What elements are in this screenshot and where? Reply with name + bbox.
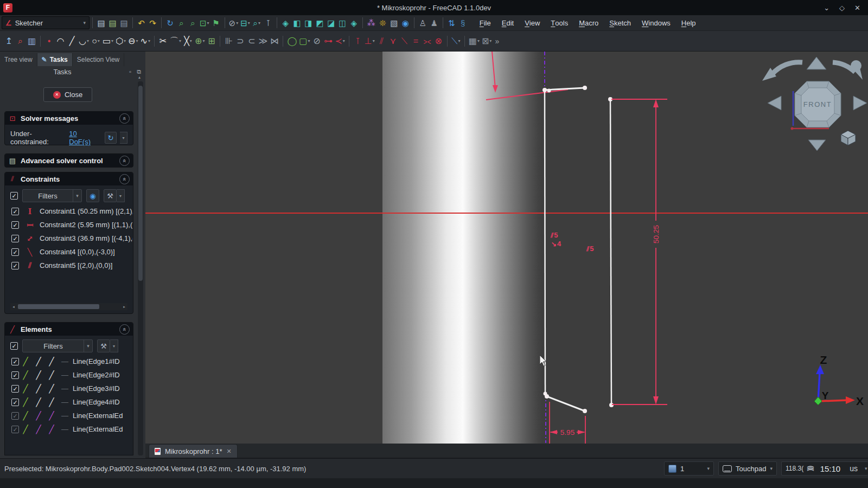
constraint-checkbox[interactable]: ✓ xyxy=(11,208,19,215)
minimize-icon[interactable]: ⌄ xyxy=(824,4,829,12)
constrain-tangent-icon[interactable]: ⟍▾ xyxy=(399,34,410,48)
sketch-vertex[interactable] xyxy=(583,86,587,90)
view-sketch-icon[interactable]: ⌕▾ xyxy=(15,34,26,48)
dimension-extension-line[interactable] xyxy=(492,52,495,88)
constrain-parallel-icon[interactable]: ⫽▾ xyxy=(376,34,387,48)
tab-tasks[interactable]: ✎Tasks xyxy=(37,53,73,66)
parallel-constraint-badge[interactable]: ⫽5 xyxy=(586,245,594,253)
undo-icon[interactable]: ↶▾ xyxy=(136,16,147,29)
element-row[interactable]: ✓ ╱ ╱ ╱ — Line(Edge2#ID xyxy=(5,368,133,382)
sketch-edge-right[interactable] xyxy=(610,99,611,405)
show-curvature-comb-icon[interactable]: ⋈▾ xyxy=(269,34,280,48)
nav-mini-cube[interactable] xyxy=(841,131,856,145)
constrain-perpendicular-icon[interactable]: ⋎▾ xyxy=(387,34,399,48)
sketch-vertex[interactable] xyxy=(609,403,614,407)
dimension-line[interactable] xyxy=(486,89,568,100)
element-checkbox[interactable]: ✓ xyxy=(11,385,19,393)
element-settings-dropdown[interactable]: ▾ xyxy=(110,339,118,352)
constrain-vertical-icon[interactable]: ⊥▾ xyxy=(363,34,376,48)
parallel-constraint-badge[interactable]: ⫽5 xyxy=(551,231,558,239)
scroll-up-icon[interactable]: ▴ xyxy=(138,75,141,80)
menu-item[interactable]: Windows xyxy=(636,16,676,30)
scrollbar-thumb[interactable] xyxy=(138,86,143,281)
element-row[interactable]: ✓ ╱ ╱ ╱ — Line(Edge1#ID xyxy=(5,355,133,368)
create-point-icon[interactable]: •▾ xyxy=(43,34,55,48)
element-row[interactable]: ✓ ╱ ╱ ╱ — Line(Edge4#ID xyxy=(5,395,133,409)
toolbar-overflow-icon[interactable]: » xyxy=(495,37,499,46)
constraints-hscrollbar[interactable]: ◂ ▸ xyxy=(10,303,127,310)
filter-checkbox[interactable]: ✓ xyxy=(10,342,18,350)
constraint-row[interactable]: ✓ I Constraint2 (5.95 mm) [(1,1),(1 xyxy=(5,218,133,232)
leave-sketch-icon[interactable]: ↥▾ xyxy=(3,34,15,48)
constraints-header[interactable]: ⫽ Constraints « xyxy=(5,172,133,185)
draw-style-icon[interactable]: ⊘▾ xyxy=(228,16,240,29)
internal-geometry-icon[interactable]: ⊘▾ xyxy=(311,34,322,48)
scrollbar-thumb[interactable] xyxy=(18,304,99,309)
sketch-vertex[interactable] xyxy=(545,394,549,399)
close-tab-icon[interactable]: ✕ xyxy=(226,448,231,455)
create-circle-icon[interactable]: ○▾ xyxy=(90,34,101,48)
constraint-row[interactable]: ✓ ⫽ Constraint5 [(2,0),(0,0)] xyxy=(5,259,133,272)
menu-item[interactable]: Sketch xyxy=(604,16,636,30)
constraint-settings-button[interactable]: ⚒ xyxy=(104,189,117,202)
element-checkbox[interactable]: ✓ xyxy=(11,358,19,365)
zoom-tools-icon[interactable]: ⌕▾ xyxy=(251,16,263,29)
create-line-icon[interactable]: ╱▾ xyxy=(66,34,78,48)
dimension-5-95[interactable]: 5.95 xyxy=(550,402,585,444)
constraint-settings-dropdown[interactable]: ▾ xyxy=(117,189,125,202)
increase-degree-icon[interactable]: ▢▾ xyxy=(298,34,311,48)
constraint-row[interactable]: ✓ ╲ Constraint4 [(0,0),(-3,0)] xyxy=(5,245,133,259)
advanced-solver-header[interactable]: ▤ Advanced solver control « xyxy=(5,154,133,167)
filter-checkbox[interactable]: ✓ xyxy=(10,192,18,200)
select-origin-icon[interactable]: ≺▾ xyxy=(334,34,346,48)
element-checkbox[interactable]: ✓ xyxy=(11,426,19,433)
zoom-out-icon[interactable]: ⌕▾ xyxy=(187,16,199,29)
constraint-row[interactable]: ✓ ⤢ Constraint3 (36.9 mm) [(-4,1),( xyxy=(5,232,133,245)
show-bspline-degree-icon[interactable]: ⊃▾ xyxy=(234,34,246,48)
new-document-icon[interactable]: ▤▾ xyxy=(95,16,107,29)
menu-item[interactable]: View xyxy=(519,16,545,30)
constraint-checkbox[interactable]: ✓ xyxy=(11,235,19,242)
navigation-cluster[interactable]: FRONT xyxy=(762,57,867,151)
refresh-icon[interactable]: ↻▾ xyxy=(164,16,176,29)
scroll-left-icon[interactable]: ◂ xyxy=(10,305,17,309)
split-edge-icon[interactable]: ╳▾ xyxy=(182,34,194,48)
menu-item[interactable]: Tools xyxy=(545,16,573,30)
collapse-section-button[interactable]: « xyxy=(119,324,130,335)
view-left-icon[interactable]: ◈▾ xyxy=(348,16,360,29)
constraint-row[interactable]: ✓ I Constraint1 (50.25 mm) [(2,1), xyxy=(5,204,133,218)
create-rectangle-icon[interactable]: ▭▾ xyxy=(101,34,114,48)
dimension-50-25[interactable]: 50.25 xyxy=(611,99,667,404)
sketch-vertex[interactable] xyxy=(547,89,551,93)
navigation-style-selector[interactable]: Touchpad ▾ xyxy=(718,461,777,476)
dof-link[interactable]: 10 DoF(s) xyxy=(69,130,98,146)
menu-item[interactable]: File xyxy=(474,16,496,30)
toggle-construction-icon[interactable]: ⊪▾ xyxy=(223,34,234,48)
snap-icon[interactable]: ⊠▾ xyxy=(481,34,493,48)
grid-icon[interactable]: ▦▾ xyxy=(468,34,481,48)
point-constraint-badge[interactable]: ↘4 xyxy=(551,240,561,248)
element-row[interactable]: ✓ ╱ ╱ ╱ — Line(Edge3#ID xyxy=(5,382,133,395)
page-selector[interactable]: 1 ▾ xyxy=(664,461,714,476)
view-rear-icon[interactable]: ◪▾ xyxy=(326,16,337,29)
clip-plane-icon[interactable]: ⊟▾ xyxy=(239,16,251,29)
panel-scrollbar[interactable]: ▴ xyxy=(138,81,143,455)
constraint-checkbox[interactable]: ✓ xyxy=(11,262,19,269)
element-checkbox[interactable]: ✓ xyxy=(11,412,19,420)
create-arc-icon[interactable]: ◠▾ xyxy=(55,34,66,48)
trim-edge-icon[interactable]: ✂▾ xyxy=(157,34,169,48)
maximize-icon[interactable]: ◇ xyxy=(839,4,845,12)
material-icon[interactable]: ❊▾ xyxy=(377,16,388,29)
tab-tree-view[interactable]: Tree view xyxy=(0,53,37,66)
show-knot-multiplicity-icon[interactable]: ≫▾ xyxy=(257,34,269,48)
element-row[interactable]: ✓ ╱ ╱ ╱ — Line(ExternalEd xyxy=(5,409,133,422)
elements-header[interactable]: ╱ Elements « xyxy=(5,323,133,336)
constraints-filter-combo[interactable]: Filters ▾ xyxy=(22,189,82,202)
view-front-icon[interactable]: ◧▾ xyxy=(291,16,303,29)
workbench-selector[interactable]: ∠ Sketcher ▾ xyxy=(2,16,90,29)
external-geometry-icon[interactable]: ⊕▾ xyxy=(194,34,206,48)
python-console-icon[interactable]: §▾ xyxy=(457,16,469,29)
measure-icon[interactable]: ⊺▾ xyxy=(263,16,274,29)
carbon-copy-icon[interactable]: ⊞▾ xyxy=(206,34,217,48)
constraint-checkbox[interactable]: ✓ xyxy=(11,248,19,256)
